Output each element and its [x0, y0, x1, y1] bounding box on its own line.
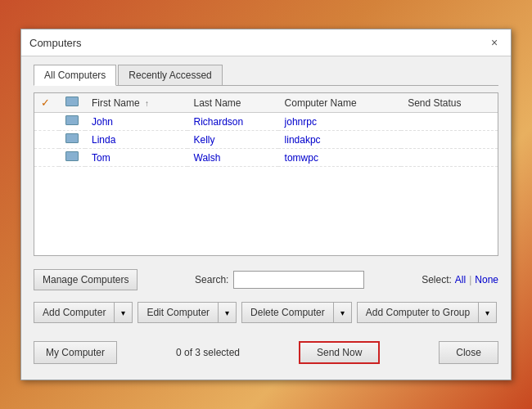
dialog-body: All Computers Recently Accessed ✓: [21, 56, 511, 372]
cell-first-name: John: [85, 113, 187, 131]
my-computer-button[interactable]: My Computer: [34, 341, 117, 364]
search-input[interactable]: [233, 271, 364, 289]
edit-computer-group: Edit Computer ▾: [138, 302, 237, 323]
table-row[interactable]: Tom Walsh tomwpc: [34, 149, 498, 167]
delete-computer-group: Delete Computer ▾: [241, 302, 352, 323]
dialog-title: Computers: [29, 37, 82, 49]
add-to-group-dropdown-arrow[interactable]: ▾: [479, 302, 497, 323]
cell-last-name: Richardson: [187, 113, 278, 131]
cell-send-status: [401, 113, 498, 131]
row-monitor-icon: [65, 133, 79, 143]
check-all-icon: ✓: [41, 97, 50, 109]
col-icon: [59, 93, 85, 113]
search-area: Search:: [195, 271, 364, 289]
cell-first-name: Tom: [85, 149, 187, 167]
sort-arrow-icon: ↑: [145, 99, 149, 108]
cell-first-name: Linda: [85, 131, 187, 149]
bottom-row: My Computer 0 of 3 selected Send Now Clo…: [34, 335, 498, 364]
selected-info: 0 of 3 selected: [176, 347, 240, 358]
add-computer-group: Add Computer ▾: [34, 302, 133, 323]
send-now-button[interactable]: Send Now: [299, 341, 380, 364]
row-monitor-icon: [65, 151, 79, 161]
cell-icon: [59, 113, 85, 131]
cell-send-status: [401, 131, 498, 149]
table-row[interactable]: John Richardson johnrpc: [34, 113, 498, 131]
cell-last-name: Kelly: [187, 131, 278, 149]
cell-check: [34, 113, 59, 131]
add-to-group-group: Add Computer to Group ▾: [357, 302, 497, 323]
cell-icon: [59, 149, 85, 167]
select-label: Select:: [422, 274, 452, 285]
add-computer-to-group-button[interactable]: Add Computer to Group: [357, 302, 479, 323]
col-computer-name[interactable]: Computer Name: [278, 93, 402, 113]
monitor-icon: [65, 97, 79, 106]
row-monitor-icon: [65, 115, 79, 125]
tab-recently-accessed[interactable]: Recently Accessed: [118, 65, 222, 85]
col-last-name[interactable]: Last Name: [187, 93, 278, 113]
computers-dialog: Computers × All Computers Recently Acces…: [20, 29, 512, 380]
action-buttons-row: Add Computer ▾ Edit Computer ▾ Delete Co…: [34, 302, 498, 323]
title-close-button[interactable]: ×: [486, 34, 503, 51]
manage-computers-button[interactable]: Manage Computers: [34, 269, 138, 290]
add-computer-button[interactable]: Add Computer: [34, 302, 115, 323]
delete-computer-button[interactable]: Delete Computer: [241, 302, 334, 323]
cell-check: [34, 149, 59, 167]
cell-last-name: Walsh: [187, 149, 278, 167]
cell-computer-name: tomwpc: [278, 149, 402, 167]
select-none-link[interactable]: None: [475, 274, 498, 285]
close-dialog-button[interactable]: Close: [439, 341, 498, 364]
controls-row: Manage Computers Search: Select: All | N…: [34, 264, 498, 295]
cell-send-status: [401, 149, 498, 167]
col-first-name[interactable]: First Name ↑: [85, 93, 187, 113]
table-row[interactable]: Linda Kelly lindakpc: [34, 131, 498, 149]
edit-computer-button[interactable]: Edit Computer: [138, 302, 219, 323]
edit-computer-dropdown-arrow[interactable]: ▾: [219, 302, 237, 323]
computer-table-container: ✓ First Name ↑ Last Name: [34, 92, 498, 256]
cell-computer-name: lindakpc: [278, 131, 402, 149]
col-send-status[interactable]: Send Status: [401, 93, 498, 113]
delete-computer-dropdown-arrow[interactable]: ▾: [334, 302, 352, 323]
tab-bar: All Computers Recently Accessed: [34, 65, 498, 86]
cell-computer-name: johnrpc: [278, 113, 402, 131]
cell-check: [34, 131, 59, 149]
title-bar: Computers ×: [21, 29, 511, 56]
add-computer-dropdown-arrow[interactable]: ▾: [115, 302, 133, 323]
select-all-link[interactable]: All: [455, 274, 466, 285]
table-header-row: ✓ First Name ↑ Last Name: [34, 93, 498, 113]
search-label: Search:: [195, 274, 228, 285]
select-separator: |: [469, 274, 471, 285]
cell-icon: [59, 131, 85, 149]
col-check: ✓: [34, 93, 59, 113]
tab-all-computers[interactable]: All Computers: [34, 65, 116, 86]
computer-table: ✓ First Name ↑ Last Name: [34, 93, 498, 167]
select-area: Select: All | None: [422, 274, 498, 285]
